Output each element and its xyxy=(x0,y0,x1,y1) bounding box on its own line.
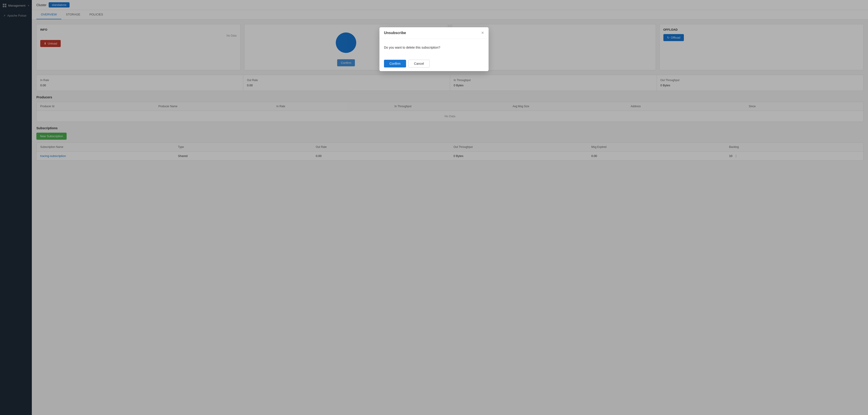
modal-close-button[interactable]: ✕ xyxy=(481,31,484,35)
cancel-button[interactable]: Cancel xyxy=(408,60,430,67)
modal-title: Unsubscribe xyxy=(384,31,406,35)
modal-footer: Confirm Cancel xyxy=(379,56,489,71)
modal-backdrop: Unsubscribe ✕ Do you want to delete this… xyxy=(32,0,868,415)
modal-header: Unsubscribe ✕ xyxy=(379,27,489,39)
modal-question: Do you want to delete this subscription? xyxy=(384,46,484,49)
unsubscribe-modal: Unsubscribe ✕ Do you want to delete this… xyxy=(379,27,489,71)
main-content: Cluster standalone OVERVIEW STORAGE POLI… xyxy=(32,0,868,415)
modal-body: Do you want to delete this subscription? xyxy=(379,39,489,56)
confirm-button[interactable]: Confirm xyxy=(384,60,406,67)
